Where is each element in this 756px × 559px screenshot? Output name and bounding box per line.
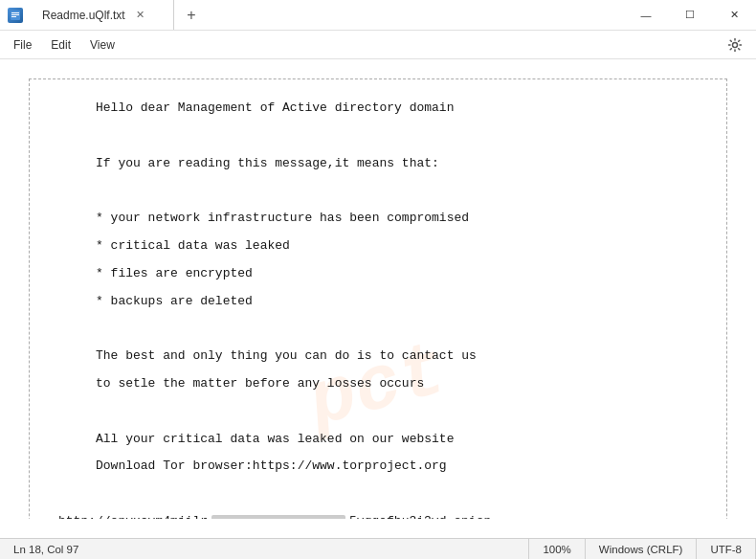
line-8: to setle the matter before any losses oc… <box>58 374 698 394</box>
line-blank-3 <box>58 319 698 339</box>
line-1: Hello dear Management of Active director… <box>58 99 698 119</box>
menu-items: File Edit View <box>4 34 124 56</box>
line-blank-5 <box>58 484 698 504</box>
tab-close-button[interactable]: ✕ <box>133 8 148 23</box>
menu-view[interactable]: View <box>80 34 124 56</box>
settings-icon[interactable] <box>722 32 748 58</box>
cursor-position: Ln 18, Col 97 <box>13 544 78 555</box>
zoom-level: 100% <box>543 544 570 555</box>
title-bar: Readme.uQlf.txt ✕ + — ☐ ✕ <box>0 0 756 31</box>
line-ending-label: Windows (CRLF) <box>599 544 683 555</box>
close-button[interactable]: ✕ <box>712 0 756 31</box>
menu-file[interactable]: File <box>4 34 41 56</box>
status-line-ending[interactable]: Windows (CRLF) <box>586 539 698 559</box>
maximize-button[interactable]: ☐ <box>668 0 712 31</box>
line-blank-2 <box>58 181 698 201</box>
url-suffix: 5ygqafhu3i3yd.onion <box>349 512 491 519</box>
minimize-button[interactable]: — <box>624 0 668 31</box>
status-bar: Ln 18, Col 97 100% Windows (CRLF) UTF-8 <box>0 538 756 559</box>
tabs-area: Readme.uQlf.txt ✕ + <box>31 0 624 30</box>
line-10: Download Tor browser:https://www.torproj… <box>58 457 698 477</box>
line-6: * backups are deleted <box>58 292 698 312</box>
line-2: If you are reading this message,it means… <box>58 154 698 174</box>
tab-readme[interactable]: Readme.uQlf.txt ✕ <box>31 0 174 30</box>
menu-bar: File Edit View <box>0 31 756 59</box>
new-tab-button[interactable]: + <box>178 2 205 29</box>
status-encoding[interactable]: UTF-8 <box>697 539 756 559</box>
line-5: * files are encrypted <box>58 264 698 284</box>
url-blurred <box>211 515 345 519</box>
line-9: All your critical data was leaked on our… <box>58 430 698 450</box>
message-box: Hello dear Management of Active director… <box>29 78 727 519</box>
url-prefix: http://onyxcym4mjilr <box>58 512 208 519</box>
tab-label: Readme.uQlf.txt <box>42 9 125 22</box>
app-icon <box>8 8 23 23</box>
line-3: * your network infrastructure has been c… <box>58 209 698 229</box>
status-zoom[interactable]: 100% <box>529 539 585 559</box>
onion-url-line: http://onyxcym4mjilr 5ygqafhu3i3yd.onion <box>58 512 698 519</box>
line-7: The best and only thing you can do is to… <box>58 347 698 367</box>
menu-edit[interactable]: Edit <box>41 34 80 56</box>
line-blank-4 <box>58 402 698 422</box>
svg-point-4 <box>733 42 738 47</box>
svg-rect-1 <box>11 12 19 13</box>
notepad-content[interactable]: pct Hello dear Management of Active dire… <box>29 78 727 519</box>
window-controls: — ☐ ✕ <box>624 0 756 30</box>
line-blank-1 <box>58 126 698 146</box>
content-area[interactable]: pct Hello dear Management of Active dire… <box>0 59 756 538</box>
line-4: * critical data was leaked <box>58 236 698 257</box>
svg-rect-2 <box>11 14 19 15</box>
status-position: Ln 18, Col 97 <box>0 539 529 559</box>
encoding-label: UTF-8 <box>710 544 742 555</box>
svg-rect-3 <box>11 16 16 17</box>
